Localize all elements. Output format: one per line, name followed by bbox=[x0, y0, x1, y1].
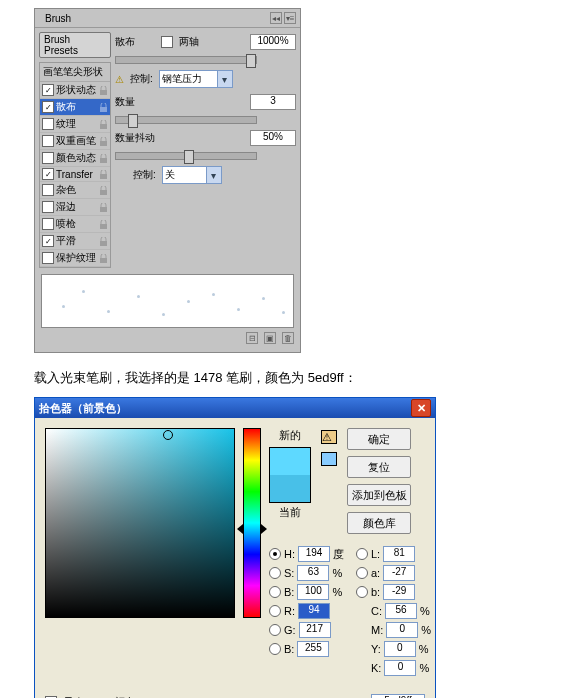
ok-button[interactable]: 确定 bbox=[347, 428, 411, 450]
lock-icon bbox=[99, 154, 108, 163]
control-dropdown[interactable]: 钢笔压力▾ bbox=[159, 70, 233, 88]
settings-list: 画笔笔尖形状 形状动态 散布 纹理 双重画笔 颜色动态 Transfer 杂色 … bbox=[39, 62, 111, 268]
checkbox-icon[interactable] bbox=[42, 184, 54, 196]
new-color[interactable] bbox=[270, 448, 310, 475]
both-axes-label: 两轴 bbox=[179, 35, 199, 49]
checkbox-icon[interactable] bbox=[42, 235, 54, 247]
checkbox-icon[interactable] bbox=[42, 168, 54, 180]
setting-airbrush[interactable]: 喷枪 bbox=[40, 216, 110, 233]
cancel-button[interactable]: 复位 bbox=[347, 456, 411, 478]
radio-bb[interactable] bbox=[269, 643, 281, 655]
hue-slider[interactable] bbox=[243, 428, 261, 618]
scatter-value-input[interactable]: 1000% bbox=[250, 34, 296, 50]
count-slider[interactable] bbox=[115, 116, 257, 124]
radio-g[interactable] bbox=[269, 624, 281, 636]
add-swatch-button[interactable]: 添加到色板 bbox=[347, 484, 411, 506]
toggle-preview-icon[interactable]: ⊟ bbox=[246, 332, 258, 344]
color-marker[interactable] bbox=[163, 430, 173, 440]
both-axes-checkbox[interactable] bbox=[161, 36, 173, 48]
checkbox-icon[interactable] bbox=[42, 118, 54, 130]
web-only-label: 只有 Web 颜色 bbox=[63, 695, 136, 699]
b3-input[interactable]: -29 bbox=[383, 584, 415, 600]
setting-protect-texture[interactable]: 保护纹理 bbox=[40, 250, 110, 267]
close-button[interactable]: ✕ bbox=[411, 399, 431, 417]
color-field[interactable] bbox=[45, 428, 235, 618]
setting-smoothing[interactable]: 平滑 bbox=[40, 233, 110, 250]
jitter-value-input[interactable]: 50% bbox=[250, 130, 296, 146]
svg-rect-7 bbox=[100, 207, 107, 212]
control-label: 控制: bbox=[130, 72, 153, 86]
scatter-slider[interactable] bbox=[115, 56, 257, 64]
y-input[interactable]: 0 bbox=[384, 641, 416, 657]
brush-panel: Brush ◂◂ ▾≡ Brush Presets 画笔笔尖形状 形状动态 散布… bbox=[34, 8, 301, 353]
k-input[interactable]: 0 bbox=[384, 660, 416, 676]
radio-a[interactable] bbox=[356, 567, 368, 579]
checkbox-icon[interactable] bbox=[42, 201, 54, 213]
setting-texture[interactable]: 纹理 bbox=[40, 116, 110, 133]
radio-l[interactable] bbox=[356, 548, 368, 560]
current-color[interactable] bbox=[270, 475, 310, 502]
m-input[interactable]: 0 bbox=[386, 622, 418, 638]
jitter-slider[interactable] bbox=[115, 152, 257, 160]
menu-icon[interactable]: ▾≡ bbox=[284, 12, 296, 24]
checkbox-icon[interactable] bbox=[42, 218, 54, 230]
radio-h[interactable] bbox=[269, 548, 281, 560]
a-input[interactable]: -27 bbox=[383, 565, 415, 581]
color-field-wrapper bbox=[45, 428, 235, 676]
brush-tip-shape[interactable]: 画笔笔尖形状 bbox=[40, 63, 110, 82]
brush-presets-button[interactable]: Brush Presets bbox=[39, 32, 111, 58]
setting-transfer[interactable]: Transfer bbox=[40, 167, 110, 182]
new-brush-icon[interactable]: ▣ bbox=[264, 332, 276, 344]
r-input[interactable]: 94 bbox=[298, 603, 330, 619]
svg-rect-4 bbox=[100, 158, 107, 163]
jitter-control-dropdown[interactable]: 关▾ bbox=[162, 166, 222, 184]
warning-icon: ⚠ bbox=[115, 74, 124, 85]
setting-color-dynamics[interactable]: 颜色动态 bbox=[40, 150, 110, 167]
lock-icon bbox=[99, 220, 108, 229]
svg-rect-3 bbox=[100, 141, 107, 146]
checkbox-icon[interactable] bbox=[42, 84, 54, 96]
g-input[interactable]: 217 bbox=[299, 622, 331, 638]
count-value-input[interactable]: 3 bbox=[250, 94, 296, 110]
radio-b3[interactable] bbox=[356, 586, 368, 598]
radio-s[interactable] bbox=[269, 567, 281, 579]
collapse-icon[interactable]: ◂◂ bbox=[270, 12, 282, 24]
panel-header: Brush ◂◂ ▾≡ bbox=[35, 9, 300, 28]
lock-icon bbox=[99, 170, 108, 179]
setting-wet-edges[interactable]: 湿边 bbox=[40, 199, 110, 216]
value-grid: H:194度 S:63% B:100% R:94 G:217 B:255 L:8… bbox=[269, 546, 431, 676]
checkbox-icon[interactable] bbox=[42, 252, 54, 264]
svg-rect-0 bbox=[100, 90, 107, 95]
l-input[interactable]: 81 bbox=[383, 546, 415, 562]
hex-input[interactable]: 5ed9ff bbox=[371, 694, 425, 698]
trash-icon[interactable]: 🗑 bbox=[282, 332, 294, 344]
lock-icon bbox=[99, 86, 108, 95]
color-libraries-button[interactable]: 颜色库 bbox=[347, 512, 411, 534]
gamut-warning-icon[interactable]: ⚠ bbox=[321, 430, 337, 444]
setting-noise[interactable]: 杂色 bbox=[40, 182, 110, 199]
h-input[interactable]: 194 bbox=[298, 546, 330, 562]
s-input[interactable]: 63 bbox=[297, 565, 329, 581]
websafe-icon[interactable] bbox=[321, 452, 337, 466]
settings-sidebar: Brush Presets 画笔笔尖形状 形状动态 散布 纹理 双重画笔 颜色动… bbox=[39, 32, 111, 268]
setting-shape-dynamics[interactable]: 形状动态 bbox=[40, 82, 110, 99]
checkbox-icon[interactable] bbox=[42, 101, 54, 113]
jitter-label: 数量抖动 bbox=[115, 131, 155, 145]
tab-brush[interactable]: Brush bbox=[39, 11, 77, 26]
b2-input[interactable]: 255 bbox=[297, 641, 329, 657]
svg-rect-5 bbox=[100, 174, 107, 179]
chevron-down-icon: ▾ bbox=[206, 167, 221, 183]
c-input[interactable]: 56 bbox=[385, 603, 417, 619]
lock-icon bbox=[99, 237, 108, 246]
setting-dual-brush[interactable]: 双重画笔 bbox=[40, 133, 110, 150]
checkbox-icon[interactable] bbox=[42, 135, 54, 147]
radio-b[interactable] bbox=[269, 586, 281, 598]
jitter-control-label: 控制: bbox=[133, 168, 156, 182]
swatch-column: 新的 当前 bbox=[269, 428, 311, 534]
setting-scatter[interactable]: 散布 bbox=[40, 99, 110, 116]
b-input[interactable]: 100 bbox=[297, 584, 329, 600]
radio-r[interactable] bbox=[269, 605, 281, 617]
checkbox-icon[interactable] bbox=[42, 152, 54, 164]
lock-icon bbox=[99, 103, 108, 112]
title-bar[interactable]: 拾色器（前景色） ✕ bbox=[35, 398, 435, 418]
